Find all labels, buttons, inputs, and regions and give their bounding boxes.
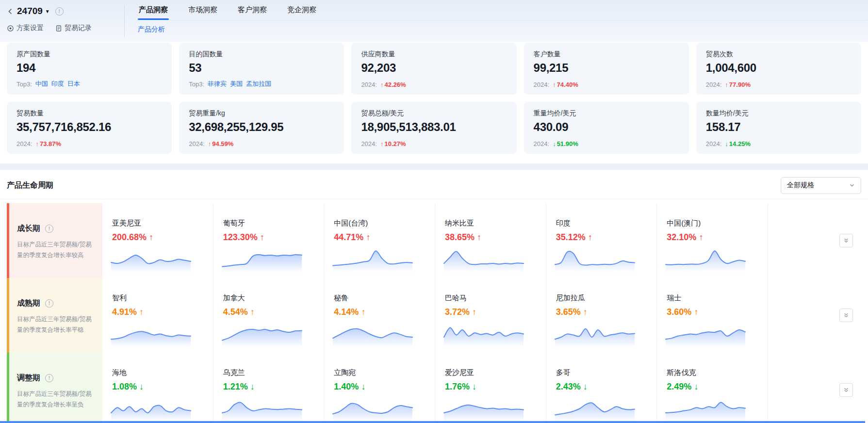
- trend-sparkline: [443, 320, 524, 347]
- tab-competitor-insight[interactable]: 竞企洞察: [286, 0, 317, 20]
- stat-value: 158.17: [706, 120, 852, 134]
- target-icon: [7, 25, 14, 32]
- up-arrow-icon: ↑: [361, 307, 365, 317]
- trade-records-button[interactable]: 贸易记录: [55, 24, 92, 33]
- top3-prefix: Top3:: [189, 81, 204, 88]
- growth-rate: 2.43%↓: [556, 382, 657, 392]
- up-arrow-icon: ↑: [477, 232, 481, 243]
- growth-rate: 1.40%↓: [334, 382, 435, 392]
- plan-id[interactable]: 24709: [17, 6, 43, 16]
- lifecycle-row-growth: 成长期 ! 目标产品近三年贸易额/贸易量的季度复合增长率较高 亚美尼亚 200.…: [7, 203, 861, 278]
- stage-name: 成熟期: [17, 298, 40, 309]
- trend-sparkline: [221, 320, 303, 347]
- country-card[interactable]: 葡萄牙 123.30%↑: [213, 203, 325, 278]
- up-arrow-icon: ↑: [380, 81, 384, 88]
- trend-sparkline: [110, 394, 192, 422]
- up-arrow-icon: ↑: [472, 307, 476, 317]
- stat-value: 99,215: [534, 61, 679, 75]
- expand-row-button[interactable]: [839, 234, 853, 247]
- stat-label: 贸易次数: [706, 50, 852, 59]
- country-card[interactable]: 加拿大 4.54%↑: [213, 278, 325, 353]
- year-label: 2024:: [361, 140, 377, 147]
- top3-link[interactable]: 印度: [51, 80, 64, 88]
- spec-filter-dropdown[interactable]: 全部规格: [781, 177, 861, 194]
- country-name: 加拿大: [223, 293, 324, 303]
- country-card[interactable]: 尼加拉瓜 3.65%↑: [546, 278, 657, 353]
- country-card[interactable]: 中国(台湾) 44.71%↑: [324, 203, 435, 278]
- trend-sparkline: [665, 245, 746, 272]
- country-name: 纳米比亚: [445, 219, 546, 228]
- header-left: 24709 ▼ ! 方案设置 贸易记录: [0, 0, 124, 42]
- trend-sparkline: [332, 394, 413, 422]
- country-card[interactable]: 瑞士 3.60%↑: [657, 278, 768, 353]
- down-arrow-icon: ↓: [472, 382, 476, 392]
- country-name: 多哥: [556, 368, 657, 377]
- yoy-delta: ↑ 94.59%: [208, 140, 234, 147]
- stat-card-destination-countries: 目的国数量 53 Top3: 菲律宾 美国 孟加拉国: [179, 43, 344, 95]
- country-card[interactable]: 亚美尼亚 200.68%↑: [102, 203, 213, 278]
- country-card[interactable]: 印度 35.12%↑: [546, 203, 657, 278]
- top3-link[interactable]: 日本: [67, 80, 80, 88]
- expand-row-button[interactable]: [839, 309, 853, 322]
- country-card[interactable]: 立陶宛 1.40%↓: [324, 353, 435, 423]
- stage-description: 目标产品近三年贸易额/贸易量的季度复合增长率呈负: [17, 389, 96, 410]
- subtab-product-analysis[interactable]: 产品分析: [138, 25, 868, 34]
- growth-rate: 38.65%↑: [445, 232, 546, 243]
- stat-label: 数量均价/美元: [706, 109, 852, 118]
- trend-sparkline: [110, 245, 192, 272]
- bottom-scroll-indicator[interactable]: [0, 421, 865, 423]
- expand-row-button[interactable]: [839, 383, 853, 397]
- info-icon[interactable]: !: [45, 374, 53, 382]
- top3-link[interactable]: 美国: [230, 80, 243, 88]
- info-icon[interactable]: !: [45, 225, 53, 233]
- country-card[interactable]: 纳米比亚 38.65%↑: [435, 203, 546, 278]
- tab-product-insight[interactable]: 产品洞察: [138, 0, 169, 20]
- country-card[interactable]: 秘鲁 4.14%↑: [324, 278, 435, 353]
- up-arrow-icon: ↑: [553, 81, 556, 88]
- down-arrow-icon: ↓: [583, 382, 588, 392]
- up-arrow-icon: ↑: [725, 81, 728, 88]
- down-arrow-icon: ↓: [139, 382, 144, 392]
- trend-sparkline: [332, 320, 413, 347]
- country-card[interactable]: 海地 1.08%↓: [102, 353, 213, 423]
- plan-settings-button[interactable]: 方案设置: [7, 24, 44, 33]
- stat-card-customers: 客户数量 99,215 2024: ↑ 74.40%: [524, 43, 689, 95]
- growth-rate: 4.14%↑: [334, 307, 435, 317]
- stage-name: 调整期: [17, 373, 40, 383]
- country-card[interactable]: 巴哈马 3.72%↑: [435, 278, 546, 353]
- country-card[interactable]: 斯洛伐克 2.49%↓: [657, 353, 768, 423]
- top-tabs: 产品洞察 市场洞察 客户洞察 竞企洞察: [138, 0, 868, 20]
- top3-link[interactable]: 孟加拉国: [246, 80, 271, 88]
- info-icon[interactable]: !: [45, 299, 53, 308]
- stat-value: 32,698,255,129.95: [189, 120, 334, 134]
- growth-rate: 3.72%↑: [445, 307, 546, 317]
- tab-market-insight[interactable]: 市场洞察: [187, 0, 218, 20]
- country-card[interactable]: 乌克兰 1.21%↓: [213, 353, 325, 423]
- country-name: 中国(台湾): [334, 219, 435, 228]
- info-icon[interactable]: !: [55, 7, 64, 16]
- stat-value: 430.09: [534, 120, 679, 134]
- yoy-delta: ↑ 10.27%: [380, 140, 406, 147]
- tab-customer-insight[interactable]: 客户洞察: [237, 0, 268, 20]
- down-arrow-icon: ↓: [694, 382, 698, 392]
- trend-sparkline: [221, 394, 303, 422]
- yoy-delta: ↑ 74.40%: [553, 81, 578, 88]
- stage-description: 目标产品近三年贸易额/贸易量的季度复合增长率平稳: [17, 314, 96, 336]
- up-arrow-icon: ↑: [366, 232, 370, 243]
- country-card[interactable]: 爱沙尼亚 1.76%↓: [435, 353, 546, 423]
- back-button[interactable]: [7, 8, 14, 15]
- country-name: 斯洛伐克: [667, 368, 768, 377]
- country-card[interactable]: 智利 4.91%↑: [102, 278, 213, 353]
- down-arrow-icon: ↓: [725, 140, 728, 147]
- stat-value: 92,203: [361, 61, 507, 75]
- yoy-delta: ↓ 51.90%: [553, 140, 578, 147]
- top3-link[interactable]: 菲律宾: [208, 80, 227, 88]
- down-arrow-icon: ↓: [250, 382, 255, 392]
- down-arrow-icon: ↓: [361, 382, 365, 392]
- top3-link[interactable]: 中国: [35, 80, 48, 88]
- country-card[interactable]: 多哥 2.43%↓: [546, 353, 657, 423]
- stat-card-origin-countries: 原产国数量 194 Top3: 中国 印度 日本: [7, 43, 172, 95]
- caret-down-icon[interactable]: ▼: [45, 9, 50, 14]
- country-card[interactable]: 中国(澳门) 32.10%↑: [657, 203, 768, 278]
- stat-card-trade-count: 贸易次数 1,004,600 2024: ↑ 77.90%: [696, 43, 861, 95]
